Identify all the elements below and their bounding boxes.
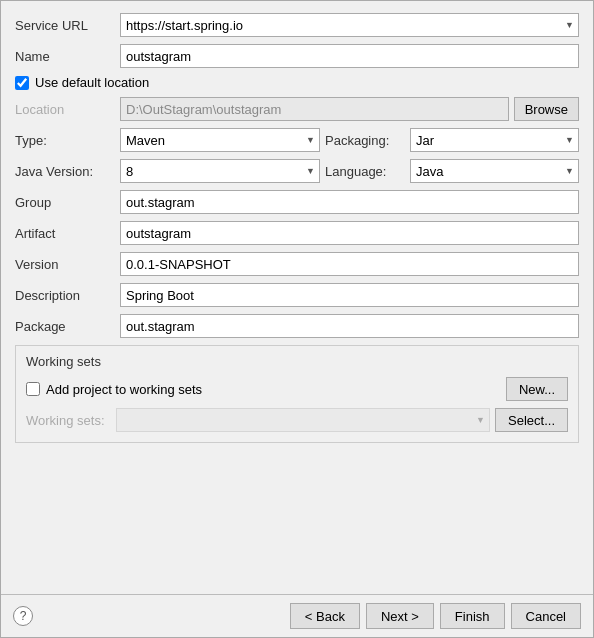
version-label: Version <box>15 257 120 272</box>
new-button[interactable]: New... <box>506 377 568 401</box>
type-select[interactable]: Maven Gradle <box>120 128 320 152</box>
artifact-input[interactable] <box>120 221 579 245</box>
artifact-label: Artifact <box>15 226 120 241</box>
help-icon[interactable]: ? <box>13 606 33 626</box>
location-input <box>120 97 509 121</box>
java-version-select[interactable]: 8 11 17 <box>120 159 320 183</box>
type-label: Type: <box>15 133 120 148</box>
package-input[interactable] <box>120 314 579 338</box>
packaging-select[interactable]: Jar War <box>410 128 579 152</box>
version-input[interactable] <box>120 252 579 276</box>
group-input[interactable] <box>120 190 579 214</box>
add-to-working-sets-checkbox[interactable] <box>26 382 40 396</box>
bottom-bar: ? < Back Next > Finish Cancel <box>1 594 593 637</box>
working-sets-title: Working sets <box>26 354 568 369</box>
finish-button[interactable]: Finish <box>440 603 505 629</box>
service-url-select[interactable]: https://start.spring.io <box>120 13 579 37</box>
working-sets-select-label: Working sets: <box>26 413 116 428</box>
service-url-label: Service URL <box>15 18 120 33</box>
use-default-location-label: Use default location <box>35 75 149 90</box>
working-sets-select <box>116 408 490 432</box>
group-label: Group <box>15 195 120 210</box>
packaging-label: Packaging: <box>325 133 410 148</box>
name-input[interactable] <box>120 44 579 68</box>
next-button[interactable]: Next > <box>366 603 434 629</box>
location-label: Location <box>15 102 120 117</box>
working-sets-group: Working sets Add project to working sets… <box>15 345 579 443</box>
add-to-working-sets-label: Add project to working sets <box>46 382 202 397</box>
select-button[interactable]: Select... <box>495 408 568 432</box>
language-select[interactable]: Java Kotlin Groovy <box>410 159 579 183</box>
description-input[interactable] <box>120 283 579 307</box>
browse-button[interactable]: Browse <box>514 97 579 121</box>
language-label: Language: <box>325 164 410 179</box>
name-label: Name <box>15 49 120 64</box>
cancel-button[interactable]: Cancel <box>511 603 581 629</box>
description-label: Description <box>15 288 120 303</box>
java-version-label: Java Version: <box>15 164 120 179</box>
back-button[interactable]: < Back <box>290 603 360 629</box>
use-default-location-checkbox[interactable] <box>15 76 29 90</box>
package-label: Package <box>15 319 120 334</box>
